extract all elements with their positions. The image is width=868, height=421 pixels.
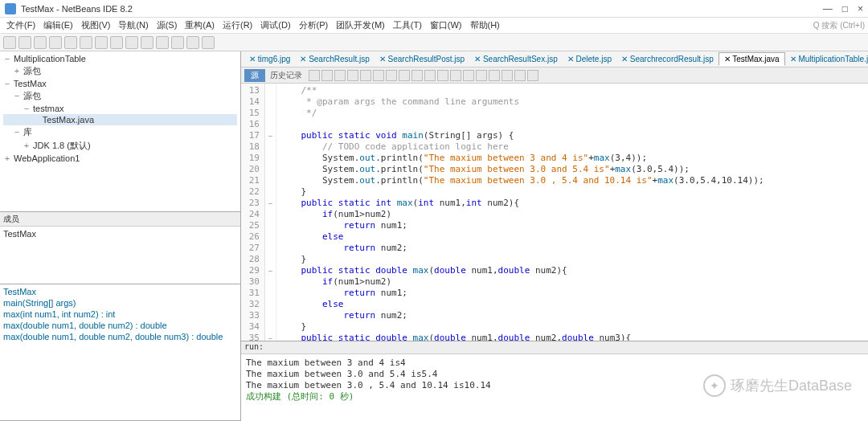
menu-item[interactable]: 源(S): [154, 18, 181, 33]
menu-item[interactable]: 视图(V): [78, 18, 114, 33]
editor-tabs: ✕ timg6.jpg✕ SearchResult.jsp✕ SearchRes…: [241, 51, 868, 67]
tree-node[interactable]: − 源包: [3, 89, 237, 103]
editor-toolbar-button[interactable]: [424, 70, 436, 81]
tree-node[interactable]: − TestMax: [3, 78, 237, 89]
editor-tab[interactable]: ✕ TestMax.java: [719, 52, 785, 66]
editor-toolbar-button[interactable]: [309, 70, 320, 81]
tree-node[interactable]: + JDK 1.8 (默认): [3, 139, 237, 153]
member-item[interactable]: max(double num1, double num2, double num…: [3, 331, 237, 342]
toolbar-button[interactable]: [18, 36, 31, 49]
window-buttons: — □ ×: [823, 3, 863, 14]
menu-item[interactable]: 重构(A): [182, 18, 218, 33]
navigator-panel: 成员 TestMax: [0, 212, 240, 284]
editor-tab[interactable]: ✕ SearchResult.jsp: [295, 53, 374, 65]
editor-tab[interactable]: ✕ SearchResultSex.jsp: [469, 53, 563, 65]
menu-item[interactable]: 工具(T): [390, 18, 425, 33]
main-toolbar: [0, 34, 868, 51]
code-editor[interactable]: 1314151617181920212223242526272829303132…: [241, 84, 868, 341]
minimize-button[interactable]: —: [823, 3, 833, 14]
toolbar-button[interactable]: [34, 36, 47, 49]
toolbar-button[interactable]: [80, 36, 92, 49]
menu-item[interactable]: 文件(F): [3, 18, 39, 33]
member-item[interactable]: TestMax: [3, 286, 237, 297]
tree-node[interactable]: − 库: [3, 125, 237, 139]
editor-tab[interactable]: ✕ MultiplicationTable.java: [785, 53, 868, 65]
tree-node[interactable]: + 源包: [3, 64, 237, 78]
app-icon: [5, 3, 16, 14]
menu-item[interactable]: 团队开发(M): [333, 18, 388, 33]
editor-toolbar-button[interactable]: [463, 70, 474, 81]
code-content[interactable]: /** * @param args the command line argum…: [276, 84, 868, 341]
projects-panel: − MultiplicationTable+ 源包− TestMax− 源包− …: [0, 51, 240, 212]
editor-tab[interactable]: ✕ timg6.jpg: [244, 53, 295, 65]
menu-item[interactable]: 调试(D): [257, 18, 293, 33]
editor-tab[interactable]: ✕ SearchResultPost.jsp: [375, 53, 469, 65]
member-item[interactable]: max(double num1, double num2) : double: [3, 320, 237, 331]
search-hint[interactable]: Q 搜索 (Ctrl+I): [813, 20, 865, 31]
output-body[interactable]: The maxium between 3 and 4 is4The maxium…: [241, 354, 868, 406]
editor-tab[interactable]: ✕ SearchrecordResult.jsp: [616, 53, 719, 65]
editor-toolbar-button[interactable]: [334, 70, 346, 81]
close-button[interactable]: ×: [858, 3, 863, 14]
menu-item[interactable]: 分析(P): [296, 18, 332, 33]
editor-toolbar: 源 历史记录: [241, 67, 868, 84]
output-panel: run: The maxium between 3 and 4 is4The m…: [241, 341, 868, 421]
toolbar-button[interactable]: [186, 36, 199, 49]
menu-item[interactable]: 窗口(W): [427, 18, 465, 33]
line-gutter: 1314151617181920212223242526272829303132…: [241, 84, 265, 341]
toolbar-button[interactable]: [141, 36, 154, 49]
editor-toolbar-button[interactable]: [373, 70, 384, 81]
history-button[interactable]: 历史记录: [270, 70, 302, 81]
navigator-head: 成员: [0, 212, 240, 227]
toolbar-button[interactable]: [202, 36, 215, 49]
project-tree[interactable]: − MultiplicationTable+ 源包− TestMax− 源包− …: [0, 51, 240, 166]
toolbar-button[interactable]: [95, 36, 108, 49]
fold-gutter[interactable]: −−−−: [265, 84, 276, 341]
main-area: − MultiplicationTable+ 源包− TestMax− 源包− …: [0, 51, 868, 421]
editor-tab[interactable]: ✕ Delete.jsp: [563, 53, 616, 65]
editor-toolbar-button[interactable]: [502, 70, 513, 81]
toolbar-button[interactable]: [64, 36, 77, 49]
output-head: run:: [241, 341, 868, 354]
editor-toolbar-button[interactable]: [489, 70, 500, 81]
editor-toolbar-button[interactable]: [386, 70, 397, 81]
editor-toolbar-button[interactable]: [321, 70, 333, 81]
editor-toolbar-button[interactable]: [476, 70, 487, 81]
editor-toolbar-button[interactable]: [347, 70, 358, 81]
members-list[interactable]: TestMax main(String[] args) max(int num1…: [0, 284, 240, 344]
editor-toolbar-button[interactable]: [527, 70, 538, 81]
source-button[interactable]: 源: [244, 69, 265, 82]
editor-toolbar-button[interactable]: [514, 70, 526, 81]
tree-node[interactable]: − MultiplicationTable: [3, 53, 237, 64]
left-panel: − MultiplicationTable+ 源包− TestMax− 源包− …: [0, 51, 241, 421]
editor-toolbar-button[interactable]: [360, 70, 371, 81]
window-title: TestMax - NetBeans IDE 8.2: [21, 4, 823, 14]
member-item[interactable]: max(int num1, int num2) : int: [3, 309, 237, 320]
menu-bar: 文件(F)编辑(E)视图(V)导航(N)源(S)重构(A)运行(R)调试(D)分…: [0, 18, 868, 34]
maximize-button[interactable]: □: [842, 3, 848, 14]
navigator-tree[interactable]: TestMax: [0, 227, 240, 241]
menu-item[interactable]: 帮助(H): [467, 18, 503, 33]
nav-node[interactable]: TestMax: [3, 228, 237, 239]
member-item[interactable]: main(String[] args): [3, 297, 237, 309]
editor-toolbar-button[interactable]: [411, 70, 423, 81]
tree-node[interactable]: − testmax: [3, 103, 237, 114]
menu-item[interactable]: 导航(N): [115, 18, 151, 33]
toolbar-button[interactable]: [110, 36, 123, 49]
toolbar-button[interactable]: [171, 36, 184, 49]
menu-item[interactable]: 运行(R): [219, 18, 256, 33]
menu-item[interactable]: 编辑(E): [40, 18, 76, 33]
toolbar-button[interactable]: [156, 36, 169, 49]
title-bar: TestMax - NetBeans IDE 8.2 — □ ×: [0, 0, 868, 18]
toolbar-button[interactable]: [125, 36, 138, 49]
tree-node[interactable]: TestMax.java: [3, 114, 237, 125]
editor-toolbar-button[interactable]: [437, 70, 448, 81]
tree-node[interactable]: + WebApplication1: [3, 153, 237, 164]
editor-toolbar-button[interactable]: [399, 70, 410, 81]
members-panel: TestMax main(String[] args) max(int num1…: [0, 284, 240, 421]
editor-toolbar-button[interactable]: [450, 70, 461, 81]
toolbar-button[interactable]: [3, 36, 16, 49]
toolbar-button[interactable]: [49, 36, 62, 49]
editor-area: ✕ timg6.jpg✕ SearchResult.jsp✕ SearchRes…: [241, 51, 868, 421]
